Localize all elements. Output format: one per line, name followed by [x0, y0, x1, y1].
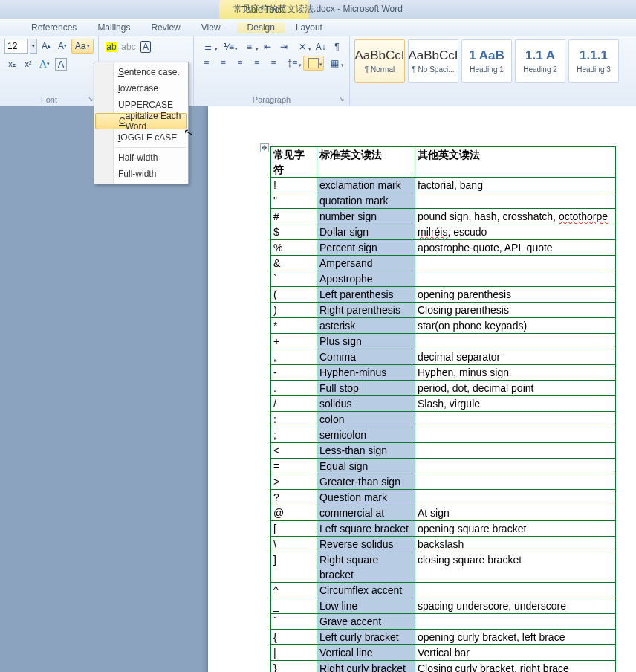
cell-symbol[interactable]: + — [271, 334, 317, 349]
cell-symbol[interactable]: < — [271, 443, 317, 459]
table-row[interactable]: @commercial atAt sign — [271, 505, 616, 521]
cell-standard[interactable]: Left parenthesis — [317, 287, 415, 303]
table-row[interactable]: .Full stopperiod, dot, decimal point — [271, 381, 616, 396]
cell-other[interactable] — [415, 614, 616, 630]
tab-design[interactable]: Design — [237, 22, 285, 33]
cell-other[interactable]: closing square bracket — [415, 552, 616, 583]
table-row[interactable]: {Left curly bracketopening curly bracket… — [271, 630, 616, 645]
inc-indent-icon[interactable]: ⇥ — [276, 39, 292, 54]
enclose-char-icon[interactable]: A — [137, 39, 154, 54]
cell-other[interactable] — [415, 427, 616, 443]
cell-standard[interactable]: Dollar sign — [317, 224, 415, 240]
table-row[interactable]: "quotation mark — [271, 193, 616, 209]
show-marks-icon[interactable]: ¶ — [329, 39, 345, 54]
cell-symbol[interactable]: } — [271, 661, 317, 673]
cell-other[interactable]: factorial, bang — [415, 178, 616, 193]
text-direction-icon[interactable]: ✕ — [293, 39, 313, 54]
table-row[interactable]: ,Commadecimal separator — [271, 349, 616, 365]
cell-symbol[interactable]: > — [271, 474, 317, 490]
cell-symbol[interactable]: ] — [271, 552, 317, 583]
cell-other[interactable] — [415, 490, 616, 505]
cell-standard[interactable]: exclamation mark — [317, 178, 415, 193]
table-row[interactable]: $Dollar signmilréis, escudo — [271, 224, 616, 240]
grow-font-icon[interactable]: A▴ — [39, 39, 53, 54]
bullets-icon[interactable]: ≣ — [198, 39, 218, 54]
cell-other[interactable] — [415, 583, 616, 598]
cell-symbol[interactable]: " — [271, 193, 317, 209]
table-row[interactable]: #number signpound sign, hash, crosshatch… — [271, 209, 616, 224]
cell-other[interactable]: star(on phone keypads) — [415, 318, 616, 334]
table-row[interactable]: `Apostrophe — [271, 271, 616, 287]
table-row[interactable]: }Right curly bracketClosing curly bracke… — [271, 661, 616, 673]
table-row[interactable]: :colon — [271, 412, 616, 427]
table-row[interactable]: (Left parenthesisopening parenthesis — [271, 287, 616, 303]
cell-standard[interactable]: colon — [317, 412, 415, 427]
cell-other[interactable] — [415, 443, 616, 459]
cell-standard[interactable]: number sign — [317, 209, 415, 224]
change-case-button[interactable]: Aa▾ — [71, 39, 94, 54]
table-row[interactable]: +Plus sign — [271, 334, 616, 349]
cell-symbol[interactable]: % — [271, 240, 317, 256]
cell-other[interactable]: backslash — [415, 537, 616, 552]
cell-other[interactable]: Slash, virgule — [415, 396, 616, 412]
cell-symbol[interactable]: $ — [271, 224, 317, 240]
cell-standard[interactable]: Equal sign — [317, 459, 415, 474]
table-row[interactable]: ^Circumflex accent — [271, 583, 616, 598]
tab-view[interactable]: View — [191, 22, 231, 33]
cell-symbol[interactable]: _ — [271, 598, 317, 614]
cell-standard[interactable]: asterisk — [317, 318, 415, 334]
text-effects-icon[interactable]: A▾ — [37, 56, 52, 71]
tab-references[interactable]: References — [21, 22, 87, 33]
cell-standard[interactable]: quotation mark — [317, 193, 415, 209]
cell-standard[interactable]: Vertical line — [317, 645, 415, 661]
table-row[interactable]: >Greater-than sign — [271, 474, 616, 490]
table-row[interactable]: <Less-than sign — [271, 443, 616, 459]
cell-other[interactable]: spacing underscore, underscore — [415, 598, 616, 614]
cell-symbol[interactable]: . — [271, 381, 317, 396]
cell-other[interactable]: decimal separator — [415, 349, 616, 365]
style-h1[interactable]: 1 AaB Heading 1 — [461, 39, 512, 83]
cell-standard[interactable]: Ampersand — [317, 256, 415, 271]
line-spacing-icon[interactable]: ‡≡ — [282, 56, 302, 71]
cell-other[interactable]: opening parenthesis — [415, 287, 616, 303]
subscript-icon[interactable]: x₂ — [4, 56, 19, 71]
cell-standard[interactable]: Right parenthesis — [317, 303, 415, 318]
cell-symbol[interactable]: # — [271, 209, 317, 224]
cell-other[interactable]: Hyphen, minus sign — [415, 365, 616, 381]
tab-layout[interactable]: Layout — [285, 22, 333, 33]
cell-standard[interactable]: Less-than sign — [317, 443, 415, 459]
table-row[interactable]: ]Right square bracketclosing square brac… — [271, 552, 616, 583]
table-row[interactable]: |Vertical lineVertical bar — [271, 645, 616, 661]
cell-symbol[interactable]: = — [271, 459, 317, 474]
cell-standard[interactable]: Right square bracket — [317, 552, 415, 583]
menu-capitalize-each-word[interactable]: Capitalize Each Word — [95, 113, 187, 129]
superscript-icon[interactable]: x² — [21, 56, 36, 71]
cell-other[interactable]: At sign — [415, 505, 616, 521]
cell-other[interactable] — [415, 256, 616, 271]
cell-symbol[interactable]: - — [271, 365, 317, 381]
cell-symbol[interactable]: { — [271, 630, 317, 645]
paragraph-dialog-launcher[interactable]: ↘ — [339, 95, 346, 103]
cell-standard[interactable]: Percent sign — [317, 240, 415, 256]
sort-icon[interactable]: A↓ — [313, 39, 328, 54]
char-border-icon[interactable]: A — [53, 56, 68, 71]
table-row[interactable]: !exclamation markfactorial, bang — [271, 178, 616, 193]
cell-standard[interactable]: Plus sign — [317, 334, 415, 349]
table-row[interactable]: _Low linespacing underscore, underscore — [271, 598, 616, 614]
cell-standard[interactable]: Grave accent — [317, 614, 415, 630]
align-center-icon[interactable]: ≡ — [215, 56, 232, 71]
cell-standard[interactable]: Right curly bracket — [317, 661, 415, 673]
table-row[interactable]: [Left square bracketopening square brack… — [271, 521, 616, 537]
menu-half-width[interactable]: Half-width — [94, 149, 188, 166]
cell-other[interactable] — [415, 334, 616, 349]
cell-symbol[interactable]: , — [271, 349, 317, 365]
table-row[interactable]: `Grave accent — [271, 614, 616, 630]
word-table[interactable]: 常见字符 标准英文读法 其他英文读法 !exclamation markfact… — [270, 146, 616, 672]
cell-symbol[interactable]: \ — [271, 537, 317, 552]
table-row[interactable]: ;semicolon — [271, 427, 616, 443]
cell-other[interactable]: Closing parenthesis — [415, 303, 616, 318]
menu-sentence-case[interactable]: Sentence case. — [94, 64, 188, 80]
cell-symbol[interactable]: ) — [271, 303, 317, 318]
style-nospacing[interactable]: AaBbCcI ¶ No Spaci... — [408, 39, 458, 83]
cell-other[interactable] — [415, 474, 616, 490]
